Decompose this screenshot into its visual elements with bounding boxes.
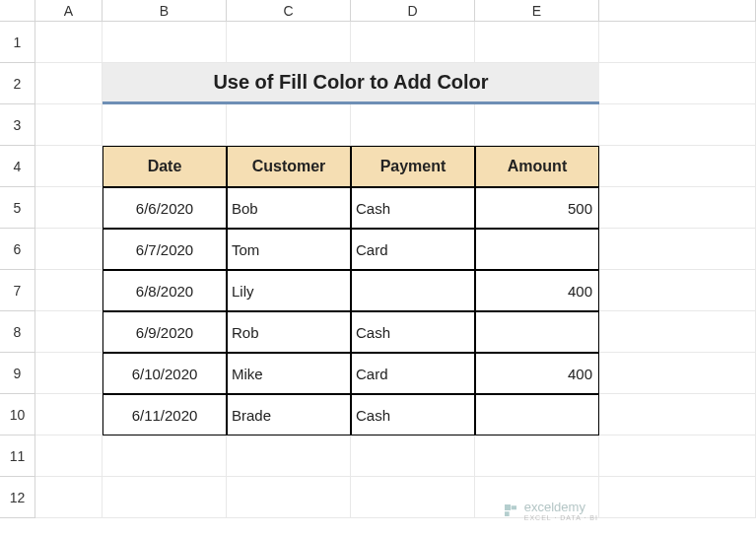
watermark-tagline: EXCEL · DATA · BI — [524, 514, 598, 521]
cell-e11[interactable] — [475, 436, 599, 477]
col-header-b[interactable]: B — [103, 0, 227, 22]
cell-amount-1[interactable] — [475, 229, 599, 270]
spreadsheet-grid: A B C D E 1 2 Use of Fill Color to Add C… — [0, 0, 756, 518]
cell-a4[interactable] — [35, 146, 103, 187]
row-header-7[interactable]: 7 — [0, 270, 35, 311]
cell-payment-3[interactable]: Cash — [351, 311, 475, 353]
cell-customer-3[interactable]: Rob — [227, 311, 351, 353]
header-amount[interactable]: Amount — [475, 146, 599, 187]
cell-d3[interactable] — [351, 104, 475, 146]
cell-a2[interactable] — [35, 63, 103, 104]
cell-amount-2[interactable]: 400 — [475, 270, 599, 311]
cell-c3[interactable] — [227, 104, 351, 146]
watermark-name: exceldemy — [524, 500, 598, 514]
cell-blank-10 — [599, 394, 756, 436]
cell-amount-5[interactable] — [475, 394, 599, 436]
cell-blank-11 — [599, 436, 756, 477]
cell-date-1[interactable]: 6/7/2020 — [103, 229, 227, 270]
cell-date-4[interactable]: 6/10/2020 — [103, 353, 227, 394]
cell-customer-1[interactable]: Tom — [227, 229, 351, 270]
cell-c1[interactable] — [227, 22, 351, 63]
title-cell[interactable]: Use of Fill Color to Add Color — [103, 63, 599, 104]
cell-c12[interactable] — [227, 477, 351, 518]
cell-d1[interactable] — [351, 22, 475, 63]
header-date[interactable]: Date — [103, 146, 227, 187]
cell-e3[interactable] — [475, 104, 599, 146]
header-customer[interactable]: Customer — [227, 146, 351, 187]
cell-customer-0[interactable]: Bob — [227, 187, 351, 229]
row-header-6[interactable]: 6 — [0, 229, 35, 270]
cell-a8[interactable] — [35, 311, 103, 353]
col-header-c[interactable]: C — [227, 0, 351, 22]
cell-a11[interactable] — [35, 436, 103, 477]
cell-blank-12 — [599, 477, 756, 518]
cell-customer-2[interactable]: Lily — [227, 270, 351, 311]
cell-amount-0[interactable]: 500 — [475, 187, 599, 229]
cell-payment-5[interactable]: Cash — [351, 394, 475, 436]
cell-b1[interactable] — [103, 22, 227, 63]
row-header-4[interactable]: 4 — [0, 146, 35, 187]
cell-blank-5 — [599, 187, 756, 229]
cell-blank-8 — [599, 311, 756, 353]
row-header-3[interactable]: 3 — [0, 104, 35, 146]
cell-blank-1 — [599, 22, 756, 63]
cell-a6[interactable] — [35, 229, 103, 270]
cell-amount-3[interactable] — [475, 311, 599, 353]
cell-blank-2 — [599, 63, 756, 104]
row-header-2[interactable]: 2 — [0, 63, 35, 104]
cell-c11[interactable] — [227, 436, 351, 477]
cell-a12[interactable] — [35, 477, 103, 518]
cell-e1[interactable] — [475, 22, 599, 63]
cell-d11[interactable] — [351, 436, 475, 477]
col-header-blank — [599, 0, 756, 22]
col-header-e[interactable]: E — [475, 0, 599, 22]
cell-a1[interactable] — [35, 22, 103, 63]
cell-payment-4[interactable]: Card — [351, 353, 475, 394]
col-header-a[interactable]: A — [35, 0, 103, 22]
cell-b3[interactable] — [103, 104, 227, 146]
row-header-1[interactable]: 1 — [0, 22, 35, 63]
cell-blank-6 — [599, 229, 756, 270]
cell-a3[interactable] — [35, 104, 103, 146]
cell-blank-4 — [599, 146, 756, 187]
cell-blank-7 — [599, 270, 756, 311]
cell-date-2[interactable]: 6/8/2020 — [103, 270, 227, 311]
cell-a9[interactable] — [35, 353, 103, 394]
cell-a7[interactable] — [35, 270, 103, 311]
cell-blank-9 — [599, 353, 756, 394]
col-header-d[interactable]: D — [351, 0, 475, 22]
cell-payment-0[interactable]: Cash — [351, 187, 475, 229]
cell-b11[interactable] — [103, 436, 227, 477]
cell-customer-4[interactable]: Mike — [227, 353, 351, 394]
row-header-10[interactable]: 10 — [0, 394, 35, 436]
cell-payment-1[interactable]: Card — [351, 229, 475, 270]
cell-payment-2[interactable] — [351, 270, 475, 311]
row-header-12[interactable]: 12 — [0, 477, 35, 518]
cell-b12[interactable] — [103, 477, 227, 518]
cell-date-5[interactable]: 6/11/2020 — [103, 394, 227, 436]
watermark: exceldemy EXCEL · DATA · BI — [503, 500, 598, 521]
row-header-11[interactable]: 11 — [0, 436, 35, 477]
row-header-9[interactable]: 9 — [0, 353, 35, 394]
select-all-corner[interactable] — [0, 0, 35, 22]
cell-blank-3 — [599, 104, 756, 146]
cell-amount-4[interactable]: 400 — [475, 353, 599, 394]
exceldemy-icon — [503, 502, 518, 518]
cell-date-0[interactable]: 6/6/2020 — [103, 187, 227, 229]
row-header-8[interactable]: 8 — [0, 311, 35, 353]
cell-a10[interactable] — [35, 394, 103, 436]
cell-d12[interactable] — [351, 477, 475, 518]
row-header-5[interactable]: 5 — [0, 187, 35, 229]
cell-customer-5[interactable]: Brade — [227, 394, 351, 436]
header-payment[interactable]: Payment — [351, 146, 475, 187]
cell-date-3[interactable]: 6/9/2020 — [103, 311, 227, 353]
cell-a5[interactable] — [35, 187, 103, 229]
